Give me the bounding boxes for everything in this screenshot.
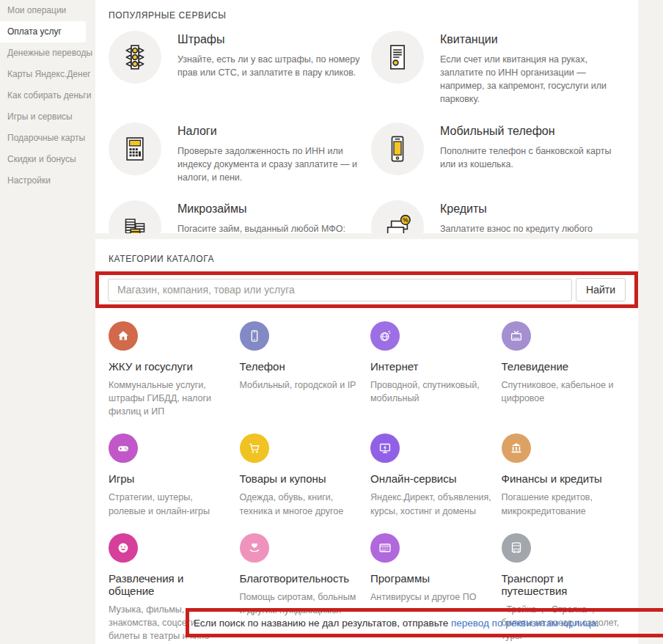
catalog-title: КАТЕГОРИИ КАТАЛОГА	[95, 254, 638, 264]
catalog-category[interactable]: Онлайн-сервисы Яндекс.Директ, объявления…	[370, 433, 494, 517]
cart-icon	[240, 433, 269, 463]
sidebar-item[interactable]: Скидки и бонусы	[0, 149, 86, 170]
receipt-icon	[371, 31, 424, 84]
traffic-light-icon	[109, 31, 161, 84]
globe-icon	[370, 321, 400, 351]
category-desc: Стратегии, шутеры, ролевые и онлайн-игры	[109, 491, 232, 517]
popular-service-text: Мобильный телефон Пополните телефон с ба…	[440, 122, 625, 184]
popular-service-title[interactable]: Штрафы	[177, 33, 362, 46]
svg-text:%: %	[403, 216, 409, 224]
popular-service-desc: Узнайте, есть ли у вас штрафы, по номеру…	[177, 53, 362, 79]
sidebar-item[interactable]: Игры и сервисы	[0, 106, 86, 128]
transfer-requisites-link[interactable]: перевод по реквизитам юрлица	[451, 618, 596, 629]
sidebar-item[interactable]: Мои операции	[0, 0, 86, 21]
sidebar-item[interactable]: Как собирать деньги	[0, 85, 86, 106]
phone-icon	[240, 321, 269, 351]
popular-service-title[interactable]: Кредиты	[440, 202, 625, 216]
category-title[interactable]: Онлайн-сервисы	[370, 472, 494, 485]
category-title[interactable]: Интернет	[370, 360, 494, 373]
category-title[interactable]: Благотворительность	[240, 572, 364, 585]
category-title[interactable]: ЖКУ и госуслуги	[109, 360, 232, 373]
popular-service-item[interactable]: Микрозаймы Погасите займ, выданный любой…	[109, 200, 362, 233]
gamepad-icon	[109, 433, 138, 463]
popular-grid: Штрафы Узнайте, есть ли у вас штрафы, по…	[109, 31, 625, 233]
category-desc: Одежда, обувь, книги, техника и многое д…	[240, 491, 364, 517]
catalog-category[interactable]: Интернет Проводной, спутниковый, мобильн…	[370, 321, 494, 418]
house-icon	[109, 321, 138, 351]
monitor-icon	[370, 433, 400, 463]
category-desc: Проводной, спутниковый, мобильный	[370, 378, 494, 405]
bank-icon	[502, 433, 531, 463]
category-grid: ЖКУ и госуслуги Коммунальные услуги, штр…	[95, 308, 638, 643]
popular-service-title[interactable]: Микрозаймы	[177, 202, 362, 216]
popular-service-desc: Проверьте задолженность по ИНН или индек…	[177, 144, 362, 184]
catalog-category[interactable]: Финансы и кредиты Погашение кредитов, ми…	[502, 433, 626, 517]
software-icon	[370, 533, 400, 563]
sidebar-item[interactable]: Оплата услуг	[0, 21, 86, 43]
search-annotation-box: Найти	[95, 271, 638, 308]
popular-service-desc: Если счет или квитанция на руках, заплат…	[440, 53, 625, 106]
bus-icon	[502, 533, 531, 563]
popular-service-text: Микрозаймы Погасите займ, выданный любой…	[177, 200, 362, 233]
popular-service-text: Квитанции Если счет или квитанция на рук…	[440, 31, 625, 106]
popular-service-item[interactable]: Мобильный телефон Пополните телефон с ба…	[371, 122, 625, 184]
category-desc: Коммунальные услуги, штрафы ГИБДД, налог…	[109, 378, 232, 418]
popular-service-item[interactable]: Квитанции Если счет или квитанция на рук…	[371, 31, 625, 106]
category-title[interactable]: Товары и купоны	[240, 472, 364, 485]
category-desc: Яндекс.Директ, объявления, курсы, хостин…	[370, 491, 494, 517]
search-button[interactable]: Найти	[576, 278, 626, 301]
catalog-category[interactable]: Товары и купоны Одежда, обувь, книги, те…	[240, 433, 364, 517]
catalog-section: КАТЕГОРИИ КАТАЛОГА Найти ЖКУ и госуслуги…	[95, 239, 638, 644]
smiley-icon	[109, 533, 138, 563]
popular-service-title[interactable]: Налоги	[177, 125, 362, 138]
popular-service-title[interactable]: Квитанции	[440, 33, 625, 46]
category-title[interactable]: Финансы и кредиты	[502, 472, 626, 485]
sidebar-item[interactable]: Настройки	[0, 170, 86, 191]
popular-service-text: Штрафы Узнайте, есть ли у вас штрафы, по…	[177, 31, 362, 106]
popular-service-item[interactable]: Штрафы Узнайте, есть ли у вас штрафы, по…	[109, 31, 362, 106]
popular-service-text: Кредиты Заплатите взнос по кредиту любог…	[440, 200, 625, 233]
charity-icon	[240, 533, 269, 563]
catalog-category[interactable]: Телефон Мобильный, городской и IP	[240, 321, 364, 418]
category-desc: Антивирусы и другое ПО	[370, 590, 494, 604]
tv-icon	[502, 321, 531, 351]
coins-icon	[109, 200, 161, 233]
popular-service-item[interactable]: Налоги Проверьте задолженность по ИНН ил…	[109, 122, 362, 184]
popular-services-section: ПОПУЛЯРНЫЕ СЕРВИСЫ Штрафы Узнайте, есть …	[95, 0, 638, 233]
footer-note-text: Если поиск по названию не дал результато…	[194, 618, 451, 629]
category-desc: Мобильный, городской и IP	[240, 378, 364, 392]
sidebar: Мои операцииОплата услугДенежные перевод…	[0, 0, 95, 191]
footer-note-annotation-box: Если поиск по названию не дал результато…	[186, 608, 663, 637]
category-desc: Спутниковое, кабельное и цифровое	[502, 378, 626, 405]
category-title[interactable]: Телевидение	[502, 360, 626, 373]
main-content: ПОПУЛЯРНЫЕ СЕРВИСЫ Штрафы Узнайте, есть …	[95, 0, 638, 644]
catalog-category[interactable]: Игры Стратегии, шутеры, ролевые и онлайн…	[109, 433, 232, 517]
popular-service-item[interactable]: % Кредиты Заплатите взнос по кредиту люб…	[371, 200, 625, 233]
search-input[interactable]	[108, 279, 572, 301]
category-title[interactable]: Транспорт и путешествия	[502, 572, 626, 597]
catalog-category[interactable]: Телевидение Спутниковое, кабельное и циф…	[502, 321, 626, 418]
footer-note-period: .	[596, 618, 599, 629]
category-title[interactable]: Телефон	[240, 360, 364, 373]
sidebar-item[interactable]: Карты Яндекс.Денег	[0, 64, 86, 85]
sidebar-item[interactable]: Подарочные карты	[0, 128, 86, 149]
calculator-icon	[109, 122, 161, 175]
yandex-money-payments-page: Мои операцииОплата услугДенежные перевод…	[0, 0, 663, 644]
popular-service-desc: Пополните телефон с банковской карты или…	[440, 144, 625, 171]
credit-cards-icon: %	[371, 200, 424, 233]
catalog-category[interactable]: ЖКУ и госуслуги Коммунальные услуги, штр…	[109, 321, 232, 418]
sidebar-item[interactable]: Денежные переводы	[0, 43, 86, 64]
category-desc: Погашение кредитов, микрокредитование	[502, 491, 626, 517]
popular-service-title[interactable]: Мобильный телефон	[440, 125, 625, 138]
category-title[interactable]: Игры	[109, 472, 232, 485]
popular-service-desc: Заплатите взнос по кредиту любого россий…	[440, 222, 625, 233]
popular-service-desc: Погасите займ, выданный любой МФО: «День…	[177, 222, 362, 233]
category-title[interactable]: Программы	[370, 572, 494, 585]
category-title[interactable]: Развлечения и общение	[109, 572, 232, 597]
popular-services-title: ПОПУЛЯРНЫЕ СЕРВИСЫ	[109, 10, 625, 21]
popular-service-text: Налоги Проверьте задолженность по ИНН ил…	[177, 122, 362, 184]
smartphone-icon	[371, 122, 424, 175]
